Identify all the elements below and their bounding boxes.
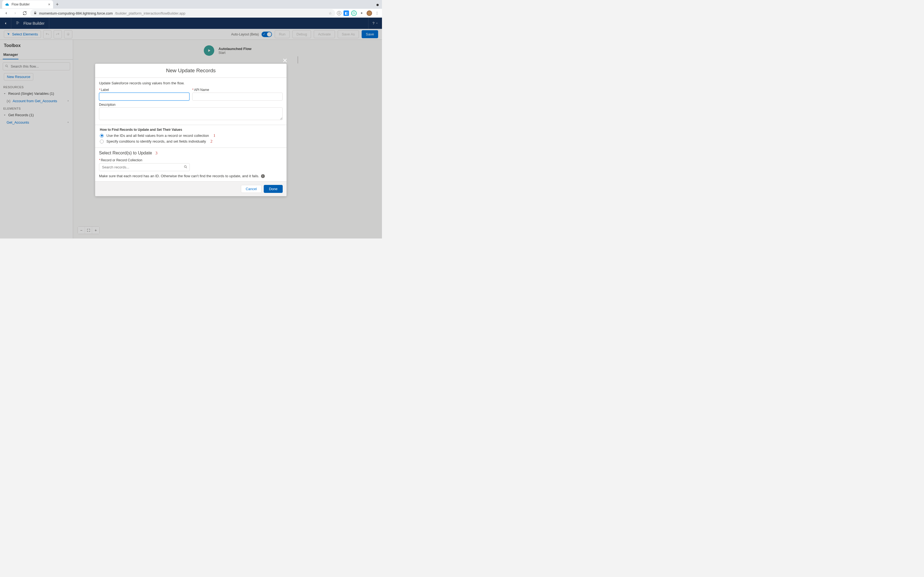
- avatar[interactable]: [367, 10, 372, 16]
- find-records-section-title: How to Find Records to Update and Set Th…: [99, 128, 283, 132]
- cancel-button[interactable]: Cancel: [241, 185, 261, 193]
- chrome-menu-icon[interactable]: ⋮: [374, 10, 380, 16]
- reload-button[interactable]: [21, 9, 29, 17]
- select-records-section-title: Select Record(s) to Update 3: [99, 151, 283, 156]
- cloud-icon: [5, 2, 9, 6]
- incognito-indicator: [376, 4, 379, 6]
- record-search-input[interactable]: [99, 163, 190, 171]
- browser-tab[interactable]: Flow Builder ×: [2, 0, 53, 8]
- radio-icon: [100, 134, 104, 138]
- description-input[interactable]: [99, 108, 283, 120]
- tab-bar: Flow Builder × +: [0, 0, 382, 9]
- modal-description: Update Salesforce records using values f…: [99, 81, 283, 85]
- api-name-field-label: *API Name: [192, 88, 283, 92]
- radio-use-ids[interactable]: Use the IDs and all field values from a …: [99, 133, 283, 138]
- tab-title: Flow Builder: [11, 2, 30, 6]
- extension-icons: i ◧ G ✦ ⋮: [337, 10, 380, 16]
- back-button[interactable]: [2, 9, 10, 17]
- forward-button[interactable]: [11, 9, 19, 17]
- radio-specify-conditions[interactable]: Specify conditions to identify records, …: [99, 139, 283, 144]
- help-note: Make sure that each record has an ID. Ot…: [99, 174, 283, 178]
- lock-icon: [34, 11, 37, 15]
- description-field-label: Description: [99, 103, 283, 106]
- star-icon[interactable]: ☆: [329, 11, 332, 15]
- new-tab-button[interactable]: +: [56, 2, 59, 7]
- close-icon[interactable]: ×: [48, 2, 50, 6]
- url-host: momentum-computing-884.lightning.force.c…: [39, 11, 113, 15]
- address-bar: momentum-computing-884.lightning.force.c…: [0, 9, 382, 18]
- radio-icon: [100, 140, 104, 143]
- annotation-2: 2: [210, 139, 213, 144]
- close-icon[interactable]: ✕: [283, 57, 288, 64]
- url-field[interactable]: momentum-computing-884.lightning.force.c…: [30, 9, 335, 17]
- info-icon[interactable]: i: [337, 11, 341, 15]
- radio-specify-label: Specify conditions to identify records, …: [107, 139, 206, 143]
- search-icon: [184, 165, 187, 169]
- browser-chrome: Flow Builder × + momentum-computing-884.…: [0, 0, 382, 18]
- api-name-input[interactable]: [192, 93, 283, 101]
- annotation-1: 1: [213, 133, 216, 138]
- extension-icon-1[interactable]: ◧: [344, 10, 349, 16]
- info-icon[interactable]: i: [261, 174, 265, 178]
- label-input[interactable]: [99, 93, 189, 101]
- url-path: /builder_platform_interaction/flowBuilde…: [115, 11, 185, 15]
- annotation-3: 3: [155, 151, 158, 156]
- record-collection-label: *Record or Record Collection: [99, 158, 283, 162]
- extensions-icon[interactable]: ✦: [359, 10, 364, 16]
- grammarly-icon[interactable]: G: [351, 10, 357, 16]
- label-field-label: *Label: [99, 88, 189, 92]
- update-records-modal: ✕ New Update Records Update Salesforce r…: [95, 64, 286, 196]
- radio-use-ids-label: Use the IDs and all field values from a …: [107, 134, 209, 138]
- done-button[interactable]: Done: [264, 185, 283, 193]
- modal-title: New Update Records: [95, 64, 286, 78]
- svg-point-2: [184, 165, 186, 167]
- modal-footer: Cancel Done: [95, 181, 286, 196]
